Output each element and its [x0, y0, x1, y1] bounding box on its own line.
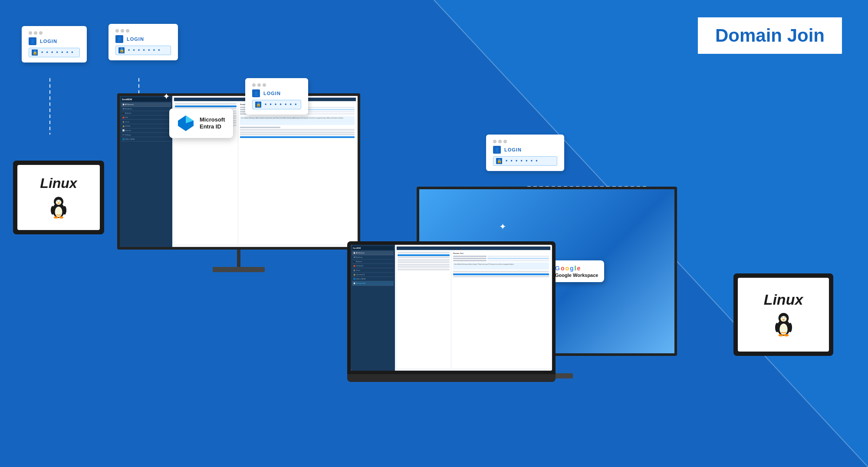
- user-icon-2: 👤: [115, 35, 123, 43]
- svg-point-38: [775, 323, 779, 332]
- field-row-r: [453, 256, 549, 257]
- user-icon-1: 👤: [29, 37, 36, 45]
- login-card-4: 👤 LOGIN 🔒 • • • • • • •: [486, 135, 564, 171]
- password-dots-3: • • • • • • •: [265, 102, 297, 108]
- password-row-2: 🔒 • • • • • • •: [115, 46, 171, 55]
- google-logo-dots: G o o g l e: [555, 265, 580, 272]
- title-dot: [263, 83, 266, 87]
- left-monitor: SureMDM 📋 All Devices 🖥 Windlows 📱 Andro…: [117, 93, 360, 272]
- entra-text-left: Microsoft Entra ID: [200, 116, 225, 130]
- title-dot: [493, 140, 496, 143]
- password-row-1: 🔒 • • • • • • •: [29, 48, 80, 57]
- suremdm-left: SureMDM 📋 All Devices 🖥 Windlows 📱 Andro…: [120, 96, 358, 247]
- monitor-base-left: [213, 267, 265, 272]
- right-laptop-screen: SureMDM 📋 All Devices 🖥 Windows 📱 Androi…: [351, 245, 552, 371]
- svg-point-15: [59, 201, 60, 201]
- svg-point-17: [54, 216, 58, 218]
- linux-text-right: Linux: [764, 291, 803, 308]
- sidebar-item-domain-join: 📋 Domain Join: [352, 281, 394, 286]
- title-dot: [29, 31, 32, 35]
- password-row-4: 🔒 • • • • • • •: [493, 156, 557, 166]
- field-row: [240, 127, 355, 128]
- sidebar-item: 📱 Android: [121, 111, 171, 115]
- lock-icon-3: 🔒: [255, 102, 261, 108]
- user-icon-4: 👤: [493, 146, 501, 154]
- entra-badge-left: Microsoft Entra ID: [169, 109, 233, 138]
- sidebar-item-right: 🌐 Offline MDM: [352, 277, 394, 281]
- sidebar-item: 🌐 Offline MDM: [121, 137, 171, 141]
- suremdm-sidebar-left: SureMDM 📋 All Devices 🖥 Windlows 📱 Andro…: [120, 96, 172, 247]
- detail-row: [240, 136, 355, 138]
- right-laptop-lid: SureMDM 📋 All Devices 🖥 Windows 📱 Androi…: [347, 241, 556, 374]
- right-laptop-base: [347, 374, 556, 382]
- linux-tablet-right: Linux: [733, 273, 833, 356]
- svg-point-30: [780, 316, 786, 322]
- login-card-3: 👤 LOGIN 🔒 • • • • • • •: [245, 78, 308, 115]
- svg-point-36: [778, 334, 783, 336]
- title-dot: [252, 83, 256, 87]
- svg-point-18: [59, 216, 63, 218]
- card-title-bar-3: [252, 83, 301, 87]
- svg-point-33: [782, 317, 783, 318]
- svg-point-14: [57, 201, 58, 201]
- left-monitor-screen: SureMDM 📋 All Devices 🖥 Windlows 📱 Andro…: [117, 93, 360, 250]
- google-workspace-text: Google Workspace: [555, 273, 598, 278]
- domain-join-label: Domain Join: [715, 25, 825, 46]
- suremdm-content-right: Domain Join: [397, 251, 550, 368]
- linux-screen-right: Linux: [738, 278, 829, 352]
- svg-point-11: [56, 200, 62, 205]
- field-value-r: [487, 256, 549, 257]
- card-title-bar-2: [115, 29, 171, 33]
- right-laptop: SureMDM 📋 All Devices 🖥 Windows 📱 Androi…: [347, 241, 556, 382]
- detail-row-r: [453, 271, 549, 273]
- title-dot: [126, 29, 129, 33]
- spark-left: ✦: [163, 91, 170, 102]
- suremdm-right: SureMDM 📋 All Devices 🖥 Windows 📱 Androi…: [351, 245, 552, 371]
- title-dot: [34, 31, 37, 35]
- list-row-r: [398, 266, 450, 268]
- field-value-r: [487, 258, 549, 259]
- list-row-r: [398, 269, 450, 270]
- svg-point-16: [58, 202, 60, 204]
- svg-point-34: [784, 317, 785, 318]
- login-row-2: 👤 LOGIN: [115, 35, 171, 43]
- field-label: [240, 127, 280, 128]
- title-dot: [115, 29, 119, 33]
- login-label-2: LOGIN: [127, 36, 144, 42]
- field-label-r: [453, 260, 487, 261]
- list-row-r: [398, 261, 450, 263]
- suremdm-detail-right: Domain Join: [452, 251, 550, 368]
- spark-right: ✦: [499, 221, 506, 232]
- user-icon-3: 👤: [252, 89, 260, 97]
- detail-row: [240, 129, 355, 131]
- title-dot: [39, 31, 43, 35]
- sidebar-item: 🔒 KIOSK: [121, 124, 171, 128]
- lock-icon-1: 🔒: [32, 49, 38, 56]
- sidebar-item-right: 🐧 Linux: [352, 268, 394, 273]
- sidebar-item: 📊 Reports: [121, 128, 171, 133]
- sidebar-item-right: 📱 Android: [352, 260, 394, 264]
- google-badge-monitor: G o o g l e Google Workspace: [549, 260, 604, 282]
- title-dot: [257, 83, 261, 87]
- monitor-stand-left: [237, 250, 240, 267]
- login-card-1: 👤 LOGIN 🔒 • • • • • • •: [22, 26, 87, 62]
- login-label-3: LOGIN: [263, 91, 281, 96]
- svg-point-39: [788, 323, 792, 332]
- list-row-r: [398, 259, 450, 261]
- svg-point-20: [63, 206, 66, 214]
- sidebar-item: 📋 All Devices: [121, 102, 171, 107]
- title-dot: [503, 140, 507, 143]
- svg-point-35: [782, 319, 784, 320]
- detail-row: [240, 132, 355, 133]
- field-label-r: [453, 258, 487, 259]
- detail-row-r: [453, 273, 549, 275]
- detail-row-r: [453, 276, 549, 277]
- login-card-2: 👤 LOGIN 🔒 • • • • • • •: [108, 24, 178, 60]
- title-dot: [121, 29, 124, 33]
- field-row-r: [453, 260, 549, 261]
- login-row-3: 👤 LOGIN: [252, 89, 301, 97]
- login-row-4: 👤 LOGIN: [493, 146, 557, 154]
- list-row-r: [398, 257, 450, 258]
- tux-logo-right: [772, 310, 796, 338]
- svg-point-19: [51, 206, 54, 214]
